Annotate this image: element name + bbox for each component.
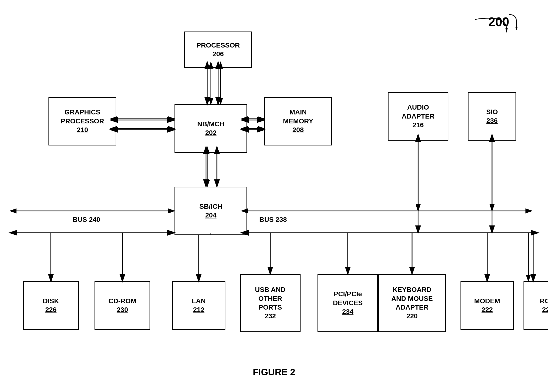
disk-ref: 226 xyxy=(45,305,57,314)
lan-box: LAN 212 xyxy=(172,281,225,330)
svg-marker-0 xyxy=(515,27,518,30)
modem-ref: 222 xyxy=(482,305,493,314)
cdrom-label: CD-ROM xyxy=(108,297,136,305)
modem-box: MODEM 222 xyxy=(461,281,514,330)
sio-label: SIO xyxy=(486,108,498,116)
disk-label: DISK xyxy=(43,297,59,305)
modem-label: MODEM xyxy=(474,297,500,305)
nbmch-box: NB/MCH 202 xyxy=(175,104,247,153)
rom-ref: 224 xyxy=(542,305,548,314)
usb-box: USB ANDOTHERPORTS 232 xyxy=(240,274,301,332)
rom-label: ROM xyxy=(540,297,548,305)
figure-label: FIGURE 2 xyxy=(253,367,295,377)
cdrom-box: CD-ROM 230 xyxy=(95,281,150,330)
keyboard-label: KEYBOARDAND MOUSEADAPTER xyxy=(391,285,433,312)
usb-label: USB ANDOTHERPORTS xyxy=(255,285,286,312)
audio-ref: 216 xyxy=(413,121,424,129)
graphics-ref: 210 xyxy=(77,126,88,134)
arrows-svg xyxy=(0,0,548,392)
lan-label: LAN xyxy=(192,297,206,305)
bus238-label: BUS 238 xyxy=(259,216,287,224)
pci-label: PCI/PCIeDEVICES xyxy=(333,290,363,307)
processor-box: PROCESSOR 206 xyxy=(184,32,252,68)
graphics-label: GRAPHICSPROCESSOR xyxy=(61,108,104,126)
sbich-label: SB/ICH xyxy=(199,202,222,211)
processor-label: PROCESSOR xyxy=(197,41,240,50)
cdrom-ref: 230 xyxy=(117,305,128,314)
diagram: 200 PROCESSOR 206 NB/MCH 202 GRAPHICSPRO… xyxy=(0,0,548,392)
graphics-box: GRAPHICSPROCESSOR 210 xyxy=(48,97,116,145)
nbmch-ref: 202 xyxy=(205,128,217,137)
sbich-box: SB/ICH 204 xyxy=(175,187,247,235)
pci-box: PCI/PCIeDEVICES 234 xyxy=(318,274,378,332)
main-memory-ref: 208 xyxy=(293,126,304,134)
disk-box: DISK 226 xyxy=(23,281,79,330)
bus240-label: BUS 240 xyxy=(73,216,100,224)
main-memory-box: MAINMEMORY 208 xyxy=(264,97,332,145)
rom-box: ROM 224 xyxy=(524,281,548,330)
sio-box: SIO 236 xyxy=(468,92,516,141)
sbich-ref: 204 xyxy=(205,211,217,220)
pci-ref: 234 xyxy=(342,307,354,316)
main-memory-label: MAINMEMORY xyxy=(283,108,313,126)
lan-ref: 212 xyxy=(193,305,205,314)
usb-ref: 232 xyxy=(265,312,276,320)
nbmch-label: NB/MCH xyxy=(197,120,224,128)
keyboard-ref: 220 xyxy=(406,312,418,320)
keyboard-box: KEYBOARDAND MOUSEADAPTER 220 xyxy=(378,274,446,332)
processor-ref: 206 xyxy=(213,50,224,58)
sio-ref: 236 xyxy=(486,116,498,125)
audio-box: AUDIOADAPTER 216 xyxy=(388,92,448,141)
audio-label: AUDIOADAPTER xyxy=(402,103,434,121)
